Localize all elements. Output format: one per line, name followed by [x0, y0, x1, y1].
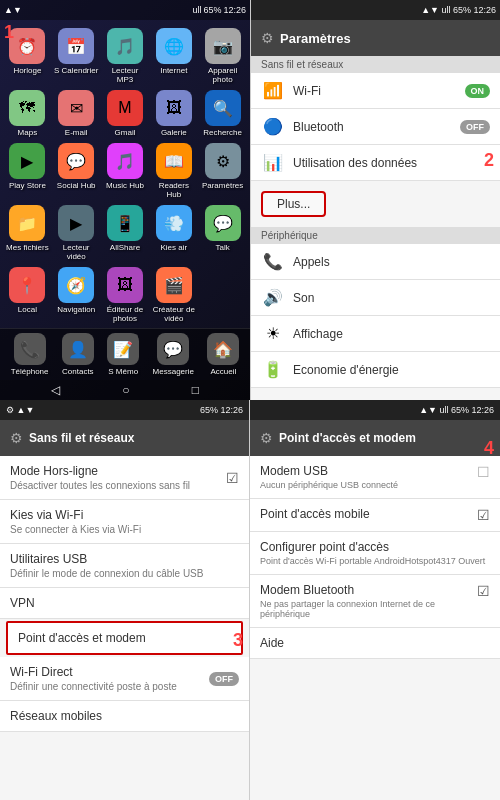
kies-wifi-item[interactable]: Kies via Wi-Fi Se connecter à Kies via W…: [0, 500, 249, 544]
app-item-19[interactable]: 💬 Talk: [199, 203, 246, 263]
app-item-23[interactable]: 🎬 Créateur de vidéo: [150, 265, 197, 325]
dock-label-2: S Mémo: [108, 367, 138, 376]
app-item-14[interactable]: ⚙ Paramètres: [199, 141, 246, 201]
app-item-3[interactable]: 🌐 Internet: [150, 26, 197, 86]
home-icon[interactable]: ○: [122, 383, 129, 397]
app-label-6: E-mail: [65, 128, 88, 137]
step-3-label: 3: [233, 630, 243, 651]
recents-icon[interactable]: □: [192, 383, 199, 397]
wifi-toggle[interactable]: ON: [465, 84, 491, 98]
data-usage-left: 📊 Utilisation des données: [261, 153, 417, 172]
app-dock: 📞 Téléphone 👤 Contacts 📝 S Mémo 💬 Messag…: [0, 328, 250, 380]
app-item-1[interactable]: 📅 S Calendrier: [53, 26, 100, 86]
app-item-9[interactable]: 🔍 Recherche: [199, 88, 246, 139]
bluetooth-label: Bluetooth: [293, 120, 344, 134]
configure-hotspot-title: Configurer point d'accès: [260, 540, 490, 554]
app-item-17[interactable]: 📱 AllShare: [102, 203, 149, 263]
bluetooth-modem-item[interactable]: Modem Bluetooth Ne pas partager la conne…: [250, 575, 500, 628]
app-item-22[interactable]: 🖼 Éditeur de photos: [102, 265, 149, 325]
calls-item[interactable]: 📞 Appels: [251, 244, 500, 280]
app-item-15[interactable]: 📁 Mes fichiers: [4, 203, 51, 263]
app-item-6[interactable]: ✉ E-mail: [53, 88, 100, 139]
sound-label: Son: [293, 291, 314, 305]
data-usage-item[interactable]: 📊 Utilisation des données: [251, 145, 500, 181]
display-item[interactable]: ☀ Affichage: [251, 316, 500, 352]
dock-item-2[interactable]: 📝 S Mémo: [107, 333, 139, 376]
data-usage-label: Utilisation des données: [293, 156, 417, 170]
app-grid: ⏰ Horloge 📅 S Calendrier 🎵 Lecteur MP3 🌐…: [0, 24, 250, 327]
app-icon-8: 🖼: [156, 90, 192, 126]
status-right-icons: ull 65% 12:26: [192, 5, 246, 15]
dock-item-0[interactable]: 📞 Téléphone: [11, 333, 49, 376]
configure-hotspot-item[interactable]: Configurer point d'accès Point d'accès W…: [250, 532, 500, 575]
hotspot-item[interactable]: Point d'accès et modem: [6, 621, 243, 655]
help-item[interactable]: Aide: [250, 628, 500, 659]
airplane-checkbox[interactable]: ☑: [226, 470, 239, 486]
calls-left: 📞 Appels: [261, 252, 330, 271]
app-item-21[interactable]: 🧭 Navigation: [53, 265, 100, 325]
app-icon-17: 📱: [107, 205, 143, 241]
bluetooth-modem-checkbox[interactable]: ☑: [477, 583, 490, 599]
status-bar-settings: ▲▼ ull 65% 12:26: [251, 0, 500, 20]
app-item-10[interactable]: ▶ Play Store: [4, 141, 51, 201]
dock-item-3[interactable]: 💬 Messagerie: [153, 333, 194, 376]
app-item-11[interactable]: 💬 Social Hub: [53, 141, 100, 201]
vpn-item[interactable]: VPN: [0, 588, 249, 619]
dock-label-4: Accueil: [210, 367, 236, 376]
wifi-direct-toggle[interactable]: OFF: [209, 672, 239, 686]
app-item-12[interactable]: 🎵 Music Hub: [102, 141, 149, 201]
bluetooth-modem-title: Modem Bluetooth: [260, 583, 473, 597]
app-icon-22: 🖼: [107, 267, 143, 303]
bluetooth-toggle[interactable]: OFF: [460, 120, 490, 134]
dock-item-4[interactable]: 🏠 Accueil: [207, 333, 239, 376]
wifi-direct-subtitle: Définir une connectivité poste à poste: [10, 681, 177, 692]
app-item-13[interactable]: 📖 Readers Hub: [150, 141, 197, 201]
help-title: Aide: [260, 636, 490, 650]
app-item-5[interactable]: 🗺 Maps: [4, 88, 51, 139]
app-label-22: Éditeur de photos: [103, 305, 148, 323]
app-item-18[interactable]: 💨 Kies air: [150, 203, 197, 263]
wifi-setting-item[interactable]: 📶 Wi-Fi ON: [251, 73, 500, 109]
settings-status-icons: ▲▼ ull 65% 12:26: [421, 5, 496, 15]
mobile-networks-item[interactable]: Réseaux mobiles: [0, 701, 249, 732]
plus-button[interactable]: Plus...: [261, 191, 326, 217]
dock-label-1: Contacts: [62, 367, 94, 376]
mobile-hotspot-checkbox[interactable]: ☑: [477, 507, 490, 523]
sound-item[interactable]: 🔊 Son: [251, 280, 500, 316]
usb-modem-item[interactable]: Modem USB Aucun périphérique USB connect…: [250, 456, 500, 499]
app-item-20[interactable]: 📍 Local: [4, 265, 51, 325]
display-left: ☀ Affichage: [261, 324, 343, 343]
usb-utils-item[interactable]: Utilitaires USB Définir le mode de conne…: [0, 544, 249, 588]
app-icon-20: 📍: [9, 267, 45, 303]
dock-icon-4: 🏠: [207, 333, 239, 365]
hotspot-panel-gear: ⚙: [260, 430, 273, 446]
app-icon-16: ▶: [58, 205, 94, 241]
app-item-7[interactable]: M Gmail: [102, 88, 149, 139]
app-icon-9: 🔍: [205, 90, 241, 126]
dock-icon-2: 📝: [107, 333, 139, 365]
power-left: 🔋 Economie d'énergie: [261, 360, 399, 379]
app-item-16[interactable]: ▶ Lecteur vidéo: [53, 203, 100, 263]
status-bar-bottom-right: ▲▼ ull 65% 12:26: [250, 400, 500, 420]
back-icon[interactable]: ◁: [51, 383, 60, 397]
wifi-direct-item[interactable]: Wi-Fi Direct Définir une connectivité po…: [0, 657, 249, 701]
dock-icon-0: 📞: [14, 333, 46, 365]
app-item-4[interactable]: 📷 Appareil photo: [199, 26, 246, 86]
usb-modem-checkbox[interactable]: ☐: [477, 464, 490, 480]
settings-title: Paramètres: [280, 31, 351, 46]
power-saving-item[interactable]: 🔋 Economie d'énergie: [251, 352, 500, 388]
dock-icon-3: 💬: [157, 333, 189, 365]
signal-icon: ull: [192, 5, 201, 15]
usb-utils-subtitle: Définir le mode de connexion du câble US…: [10, 568, 239, 579]
airplane-mode-item[interactable]: Mode Hors-ligne Désactiver toutes les co…: [0, 456, 249, 500]
dock-item-1[interactable]: 👤 Contacts: [62, 333, 94, 376]
app-icon-19: 💬: [205, 205, 241, 241]
mobile-hotspot-item[interactable]: Point d'accès mobile ☑: [250, 499, 500, 532]
section-device-label: Périphérique: [251, 227, 500, 244]
app-item-2[interactable]: 🎵 Lecteur MP3: [102, 26, 149, 86]
app-label-15: Mes fichiers: [6, 243, 49, 252]
app-label-14: Paramètres: [202, 181, 243, 190]
bluetooth-setting-item[interactable]: 🔵 Bluetooth OFF: [251, 109, 500, 145]
data-icon: 📊: [261, 153, 285, 172]
app-item-8[interactable]: 🖼 Galerie: [150, 88, 197, 139]
